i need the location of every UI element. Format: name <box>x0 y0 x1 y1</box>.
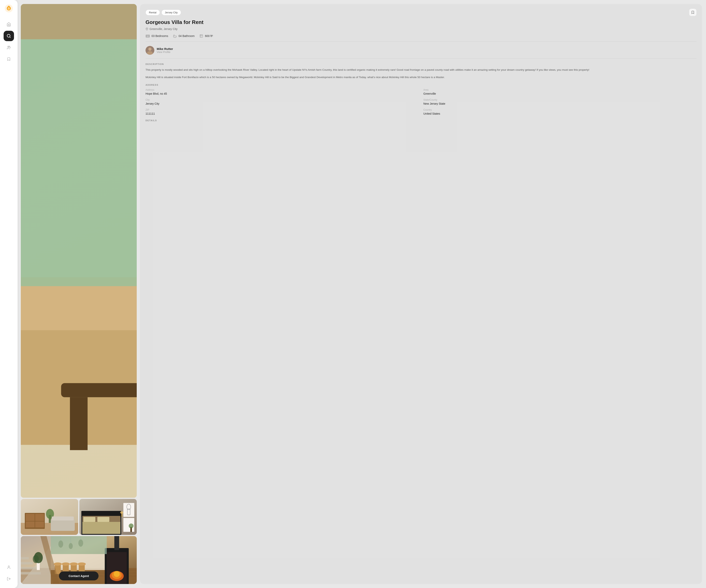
svg-rect-43 <box>124 503 134 516</box>
svg-line-2 <box>10 37 10 38</box>
property-tags: Rental Jersey City <box>146 10 183 15</box>
bed-icon <box>146 34 150 38</box>
svg-rect-21 <box>21 4 137 39</box>
svg-rect-30 <box>35 521 44 528</box>
area-value: Greenville <box>423 92 696 95</box>
svg-point-90 <box>147 28 147 29</box>
svg-point-5 <box>8 566 10 567</box>
svg-point-71 <box>78 562 86 565</box>
details-section-label: DETAILS <box>146 119 696 122</box>
stat-bedrooms: 03 Bedrooms <box>146 34 168 38</box>
zip-field: ZIP 111111 <box>146 109 419 115</box>
zip-value: 111111 <box>146 112 419 115</box>
sidebar-bottom <box>4 562 14 584</box>
svg-rect-93 <box>148 36 149 37</box>
svg-rect-15 <box>61 383 137 397</box>
app-logo <box>4 4 13 13</box>
svg-rect-60 <box>21 567 37 570</box>
svg-rect-16 <box>70 397 87 450</box>
gallery-middle-row <box>21 499 137 535</box>
description-text-1: This property is mostly wooded and sits … <box>146 68 696 72</box>
stat-bathrooms: 04 Bathroom <box>173 34 195 38</box>
bookmark-icon <box>691 10 695 14</box>
country-field: Country United States <box>423 109 696 115</box>
agent-avatar <box>146 46 154 55</box>
svg-point-98 <box>148 47 152 51</box>
svg-rect-41 <box>97 517 109 522</box>
city-label: City <box>146 98 419 101</box>
sidebar-item-logout[interactable] <box>4 574 14 584</box>
svg-rect-27 <box>26 514 35 521</box>
address-field: Address Hope Blvd, no 45 <box>146 88 419 95</box>
svg-point-65 <box>54 562 62 565</box>
svg-point-67 <box>62 562 70 565</box>
gallery-photo-3 <box>79 499 137 535</box>
location-row: Greenville, Jersey City <box>146 27 696 31</box>
address-value: Hope Blvd, no 45 <box>146 92 419 95</box>
agent-row: Mike Rutter View Profile <box>146 46 696 58</box>
city-value: Jersey City <box>146 102 419 105</box>
bath-icon <box>173 34 177 38</box>
svg-point-49 <box>120 511 123 514</box>
svg-point-83 <box>114 571 120 577</box>
description-section-label: DESCRIPTION <box>146 63 696 65</box>
svg-rect-96 <box>200 35 203 37</box>
photo-gallery: Contact Agent <box>21 4 137 584</box>
area-icon <box>199 34 203 38</box>
svg-point-69 <box>70 562 78 565</box>
sidebar-item-search[interactable] <box>4 31 14 41</box>
address-section-label: ADDRESS <box>146 84 696 86</box>
svg-rect-62 <box>21 557 29 559</box>
svg-rect-84 <box>114 536 119 550</box>
svg-rect-92 <box>146 36 147 37</box>
svg-rect-40 <box>83 517 95 522</box>
svg-point-51 <box>129 523 133 528</box>
svg-rect-61 <box>21 562 33 564</box>
tag-city[interactable]: Jersey City <box>161 10 181 15</box>
area-size: 600 ft² <box>205 34 213 38</box>
address-grid: Address Hope Blvd, no 45 Area Greenville… <box>146 88 696 115</box>
sidebar-item-home[interactable] <box>4 19 14 30</box>
svg-rect-19 <box>21 4 137 286</box>
svg-rect-89 <box>51 536 107 554</box>
main-content: Contact Agent Rental Jersey City Gorgeou… <box>17 0 706 588</box>
sidebar-item-users[interactable] <box>4 42 14 53</box>
agent-info: Mike Rutter View Profile <box>157 47 173 53</box>
svg-point-4 <box>9 46 10 47</box>
area-label: Area <box>423 88 696 91</box>
tags-row: Rental Jersey City <box>146 9 696 16</box>
svg-point-87 <box>33 555 39 563</box>
state-field: State/County New Jersey State <box>423 98 696 105</box>
svg-rect-33 <box>51 519 75 531</box>
property-title: Gorgeous Villa for Rent <box>146 19 696 25</box>
property-detail-panel: Rental Jersey City Gorgeous Villa for Re… <box>140 4 702 584</box>
svg-rect-59 <box>21 572 41 575</box>
location-icon <box>146 27 148 31</box>
bookmark-button[interactable] <box>689 9 696 16</box>
stat-area: 600 ft² <box>199 34 213 38</box>
sidebar-item-bookmarks[interactable] <box>4 54 14 64</box>
tag-rental[interactable]: Rental <box>146 10 160 15</box>
country-label: Country <box>423 109 696 111</box>
svg-rect-29 <box>26 521 35 528</box>
gallery-photo-2 <box>21 499 78 535</box>
description-text-2: Mckinley Hill is situated inside Fort Bo… <box>146 75 696 80</box>
sidebar-item-profile[interactable] <box>4 562 14 573</box>
stats-row: 03 Bedrooms 04 Bathroom 600 ft² <box>146 34 696 42</box>
city-field: City Jersey City <box>146 98 419 105</box>
agent-avatar-img <box>146 46 154 55</box>
bathrooms-count: 04 Bathroom <box>179 34 195 38</box>
zip-label: ZIP <box>146 109 419 111</box>
state-label: State/County <box>423 98 696 101</box>
sidebar-nav <box>4 19 14 560</box>
svg-rect-34 <box>52 516 74 520</box>
svg-rect-28 <box>35 514 44 521</box>
agent-view-profile[interactable]: View Profile <box>157 50 173 53</box>
area-field: Area Greenville <box>423 88 696 95</box>
state-value: New Jersey State <box>423 102 696 105</box>
agent-name: Mike Rutter <box>157 47 173 50</box>
gallery-photo-1 <box>21 4 137 498</box>
bedrooms-count: 03 Bedrooms <box>152 34 168 38</box>
sidebar <box>0 0 17 588</box>
contact-agent-button[interactable]: Contact Agent <box>59 572 99 580</box>
